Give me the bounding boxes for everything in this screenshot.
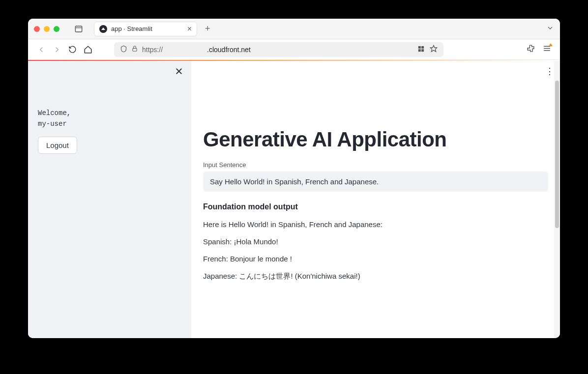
titlebar: app · Streamlit × +: [28, 19, 560, 39]
extension-icon[interactable]: [527, 44, 535, 55]
hamburger-menu-icon[interactable]: [543, 44, 551, 55]
app-body: Welcome, my-user Logout ⋮ Generative AI …: [28, 61, 560, 338]
minimize-window-button[interactable]: [44, 26, 50, 32]
sidebar-close-button[interactable]: [175, 67, 183, 78]
url-suffix: .cloudfront.net: [207, 46, 251, 54]
browser-tab[interactable]: app · Streamlit ×: [94, 22, 197, 36]
traffic-lights: [34, 26, 59, 32]
username: my-user: [38, 118, 181, 129]
svg-rect-4: [421, 46, 424, 48]
input-label: Input Sentence: [203, 161, 548, 169]
scrollbar-track[interactable]: [554, 61, 560, 338]
svg-rect-3: [418, 46, 421, 48]
url-text: https://.cloudfront.net: [142, 46, 251, 54]
output-line: French: Bonjour le monde !: [203, 255, 548, 263]
chevron-down-icon[interactable]: [546, 24, 554, 34]
close-window-button[interactable]: [34, 26, 40, 32]
svg-marker-7: [430, 45, 437, 52]
page-title: Generative AI Application: [203, 128, 548, 151]
svg-rect-2: [133, 48, 137, 51]
reload-button[interactable]: [68, 45, 77, 54]
url-bar[interactable]: https://.cloudfront.net: [114, 42, 443, 57]
qr-icon[interactable]: [417, 45, 425, 54]
streamlit-favicon-icon: [99, 25, 107, 33]
scrollbar-thumb[interactable]: [555, 81, 559, 228]
main-content: ⋮ Generative AI Application Input Senten…: [191, 61, 560, 338]
output-heading: Foundation model output: [203, 202, 548, 211]
tab-overview-icon[interactable]: [73, 25, 84, 33]
welcome-text: Welcome, my-user: [38, 108, 181, 130]
bookmark-star-icon[interactable]: [430, 45, 438, 54]
new-tab-button[interactable]: +: [201, 24, 214, 34]
browser-window: app · Streamlit × +: [28, 19, 560, 338]
url-protocol: https://: [142, 46, 163, 54]
sidebar: Welcome, my-user Logout: [28, 61, 191, 338]
output-line: Spanish: ¡Hola Mundo!: [203, 237, 548, 246]
svg-rect-5: [418, 49, 421, 52]
output-line: Japanese: こんにちは世界! (Kon'nichiwa sekai!): [203, 272, 548, 281]
input-sentence-field[interactable]: [203, 172, 548, 192]
logout-button[interactable]: Logout: [38, 137, 77, 154]
tab-close-button[interactable]: ×: [187, 25, 192, 33]
tab-title: app · Streamlit: [111, 25, 152, 32]
forward-button[interactable]: [53, 45, 61, 54]
lock-icon[interactable]: [131, 45, 138, 54]
home-button[interactable]: [84, 45, 92, 54]
kebab-menu-icon[interactable]: ⋮: [545, 66, 554, 77]
back-button[interactable]: [37, 45, 46, 54]
maximize-window-button[interactable]: [54, 26, 59, 32]
output-line: Here is Hello World! in Spanish, French …: [203, 220, 548, 229]
svg-rect-6: [421, 49, 424, 52]
browser-toolbar: https://.cloudfront.net: [28, 39, 560, 60]
shield-icon[interactable]: [120, 45, 127, 54]
welcome-label: Welcome,: [38, 108, 181, 118]
svg-rect-0: [75, 26, 82, 32]
